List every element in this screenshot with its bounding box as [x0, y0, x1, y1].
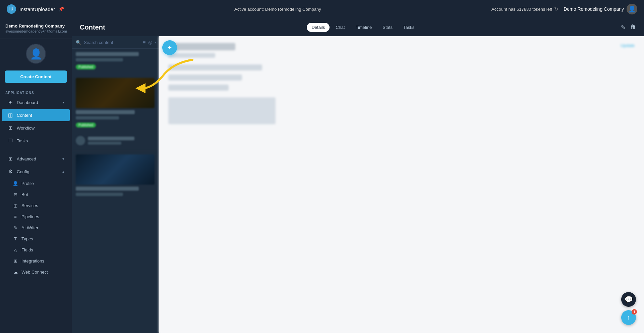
- content-list-panel: 🔍 ≡ ◎ ‹ Published: [72, 36, 159, 333]
- update-button[interactable]: Update: [621, 43, 635, 48]
- content-area: Content Details Chat Timeline Stats Task…: [72, 18, 644, 333]
- app-name: InstantUploader: [19, 6, 55, 12]
- sidebar-item-bot[interactable]: ⊟ Bot: [2, 189, 70, 200]
- sidebar-item-workflow[interactable]: ⊞ Workflow: [2, 122, 70, 134]
- services-icon: ◫: [13, 203, 18, 208]
- sidebar-user: Demo Remodeling Company awesomedemoagenc…: [0, 18, 72, 39]
- detail-panel: Update: [159, 36, 644, 333]
- location-icon[interactable]: ◎: [148, 40, 152, 45]
- filter-icon[interactable]: ≡: [143, 40, 145, 45]
- status-badge: Published: [76, 123, 96, 128]
- types-icon: T: [13, 236, 18, 241]
- profile-label: Profile: [21, 181, 34, 186]
- status-badge: Published: [76, 64, 96, 69]
- advanced-icon: ⊞: [7, 156, 13, 162]
- bottom-widgets: 💬 ↑ 1: [621, 292, 636, 325]
- top-bar: IU InstantUploader 📌 Active account: Dem…: [0, 0, 644, 18]
- sidebar: Demo Remodeling Company awesomedemoagenc…: [0, 18, 72, 333]
- sidebar-user-email: awesomedemoagency+n@gmail.com: [5, 29, 66, 33]
- scroll-up-icon: ↑: [627, 314, 630, 321]
- list-item[interactable]: [72, 151, 159, 200]
- pipelines-label: Pipelines: [21, 214, 39, 219]
- fields-label: Fields: [21, 247, 33, 252]
- web-connect-label: Web Connect: [21, 270, 48, 275]
- sidebar-item-profile[interactable]: 👤 Profile: [2, 178, 70, 189]
- content-thumbnail: [76, 78, 155, 108]
- sidebar-item-pipelines[interactable]: ≡ Pipelines: [2, 211, 70, 222]
- collapse-icon[interactable]: ‹: [155, 40, 157, 45]
- bot-label: Bot: [21, 192, 28, 197]
- sidebar-item-fields[interactable]: △ Fields: [2, 245, 70, 255]
- content-header-title: Content: [80, 23, 105, 31]
- top-bar-left: IU InstantUploader 📌: [7, 4, 64, 14]
- content-header-actions: ✎ 🗑: [621, 24, 636, 31]
- content-label: Content: [17, 113, 32, 118]
- workflow-icon: ⊞: [7, 125, 13, 131]
- advanced-label: Advanced: [17, 156, 36, 161]
- sidebar-section-applications: APPLICATIONS: [0, 88, 72, 96]
- search-bar: 🔍 ≡ ◎ ‹: [72, 36, 159, 49]
- list-item[interactable]: Published: [72, 49, 159, 75]
- chat-widget[interactable]: 💬: [621, 292, 636, 307]
- tab-tasks[interactable]: Tasks: [399, 23, 419, 32]
- sidebar-item-types[interactable]: T Types: [2, 234, 70, 244]
- notification-badge: 1: [632, 309, 637, 315]
- refresh-icon[interactable]: ↻: [554, 6, 558, 12]
- sidebar-item-advanced[interactable]: ⊞ Advanced ▾: [2, 153, 70, 165]
- edit-button[interactable]: ✎: [621, 24, 626, 31]
- avatar: 👤: [26, 44, 46, 64]
- avatar-wrap: 👤: [0, 39, 72, 67]
- pin-icon[interactable]: 📌: [58, 6, 64, 12]
- sidebar-item-integrations[interactable]: ⊞ Integrations: [2, 256, 70, 266]
- dashboard-icon: ⊞: [7, 99, 13, 105]
- dashboard-label: Dashboard: [17, 100, 38, 105]
- tab-stats[interactable]: Stats: [378, 23, 397, 32]
- tasks-icon: ☐: [7, 138, 13, 144]
- sidebar-item-content[interactable]: ◫ Content: [2, 109, 70, 121]
- company-name: Demo Remodeling Company: [564, 6, 624, 12]
- config-chevron: ▴: [62, 170, 64, 174]
- integrations-label: Integrations: [21, 258, 44, 264]
- sidebar-item-tasks[interactable]: ☐ Tasks: [2, 135, 70, 147]
- pipelines-icon: ≡: [13, 214, 18, 219]
- sidebar-user-name: Demo Remodeling Company: [5, 23, 66, 29]
- search-input[interactable]: [84, 40, 140, 45]
- delete-button[interactable]: 🗑: [630, 24, 636, 31]
- content-list: Published Published: [72, 49, 159, 333]
- top-bar-right: Account has 617880 tokens left ↻ Demo Re…: [491, 4, 637, 14]
- sidebar-item-ai-writer[interactable]: ✎ AI Writer: [2, 223, 70, 233]
- list-item[interactable]: [72, 133, 159, 151]
- main-layout: Demo Remodeling Company awesomedemoagenc…: [0, 18, 644, 333]
- profile-icon: 👤: [13, 181, 18, 186]
- integrations-icon: ⊞: [13, 258, 18, 264]
- bot-icon: ⊟: [13, 192, 18, 197]
- company-avatar: 👤: [627, 4, 637, 14]
- config-label: Config: [17, 169, 30, 174]
- sidebar-item-dashboard[interactable]: ⊞ Dashboard ▾: [2, 96, 70, 108]
- tab-timeline[interactable]: Timeline: [351, 23, 377, 32]
- active-account-label: Active account: Demo Remodeling Company: [234, 7, 321, 12]
- sidebar-item-services[interactable]: ◫ Services: [2, 200, 70, 211]
- content-header: Content Details Chat Timeline Stats Task…: [72, 18, 644, 36]
- search-icon: 🔍: [76, 40, 81, 45]
- fab-add-button[interactable]: +: [162, 40, 177, 55]
- company-info: Demo Remodeling Company 👤: [564, 4, 637, 14]
- ai-writer-icon: ✎: [13, 225, 18, 230]
- tasks-label: Tasks: [17, 138, 28, 143]
- logo-text: IU: [9, 7, 13, 11]
- token-text: Account has 617880 tokens left: [491, 7, 552, 12]
- scroll-widget[interactable]: ↑ 1: [621, 310, 636, 325]
- create-content-button[interactable]: Create Content: [5, 70, 67, 83]
- tab-chat[interactable]: Chat: [331, 23, 349, 32]
- fab-icon: +: [168, 43, 172, 52]
- workflow-label: Workflow: [17, 126, 35, 131]
- list-item[interactable]: Published: [72, 75, 159, 133]
- config-icon: ⚙: [7, 169, 13, 175]
- fields-icon: △: [13, 247, 18, 252]
- sidebar-item-web-connect[interactable]: ☁ Web Connect: [2, 267, 70, 277]
- sidebar-item-config[interactable]: ⚙ Config ▴: [2, 165, 70, 178]
- ai-writer-label: AI Writer: [21, 225, 38, 230]
- web-connect-icon: ☁: [13, 270, 18, 275]
- tab-details[interactable]: Details: [307, 23, 330, 32]
- token-info: Account has 617880 tokens left ↻: [491, 6, 558, 12]
